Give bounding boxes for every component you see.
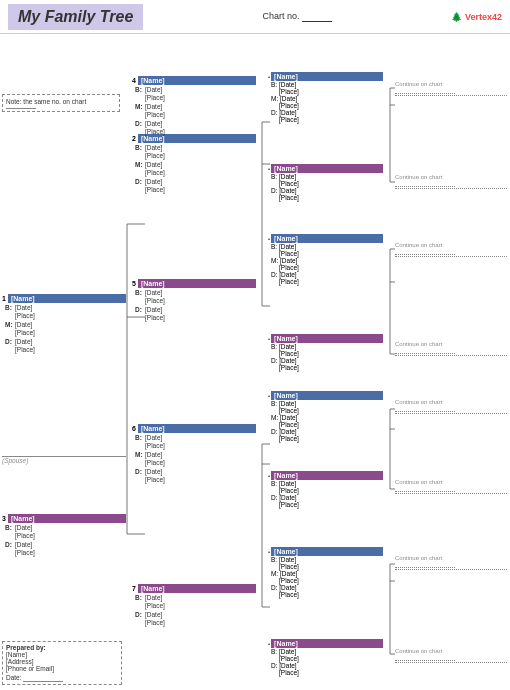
continue-4: Continue on chart [395, 341, 507, 356]
person-2: 2 [Name] B:[Date] [Place] M:[Date] [Plac… [132, 134, 256, 195]
g3-6: • [Name] B: [Date][Place] D: [Date][Plac… [268, 471, 383, 508]
person-5: 5 [Name] B:[Date] [Place] D:[Date] [Plac… [132, 279, 256, 323]
p2-death: D:[Date] [Place] [132, 178, 256, 195]
prepared-phone[interactable]: [Phone or Email] [6, 665, 118, 672]
p3-death: D:[Date] [Place] [2, 541, 126, 558]
logo: 🌲 Vertex42 [451, 12, 502, 22]
notes-text: Note: the same no. on chart [6, 97, 116, 109]
g3-8: • [Name] B: [Date][Place] D: [Date][Plac… [268, 639, 383, 676]
g3-1-name[interactable]: [Name] [271, 72, 383, 81]
person-1: 1 [Name] B:[Date] [Place] M:[Date] [Plac… [2, 294, 126, 355]
continue-5: Continue on chart [395, 399, 507, 414]
prepared-date: Date: [6, 674, 118, 682]
chart-no-underline[interactable] [302, 11, 332, 22]
p1-spouse-name[interactable] [2, 449, 126, 457]
prepared-address[interactable]: [Address] [6, 658, 118, 665]
g3-7-name[interactable]: [Name] [271, 547, 383, 556]
g3-4: • [Name] B: [Date][Place] D: [Date][Plac… [268, 334, 383, 371]
p3-name[interactable]: [Name] [8, 514, 126, 523]
g3-2: • [Name] B: [Date][Place] D: [Date][Plac… [268, 164, 383, 201]
p2-marriage: M:[Date] [Place] [132, 161, 256, 178]
prepared-name[interactable]: [Name] [6, 651, 118, 658]
p1-spouse-box: (Spouse) [2, 449, 126, 464]
p1-birth: B:[Date] [Place] [2, 304, 126, 321]
header: My Family Tree Chart no. 🌲 Vertex42 [0, 0, 510, 34]
continue-7: Continue on chart [395, 555, 507, 570]
title: My Family Tree [8, 4, 143, 30]
continue-1: Continue on chart [395, 81, 507, 96]
p3-number: 3 [2, 515, 6, 522]
notes-box: Note: the same no. on chart [2, 94, 120, 112]
continue-6: Continue on chart [395, 479, 507, 494]
p3-birth: B:[Date] [Place] [2, 524, 126, 541]
g3-4-name[interactable]: [Name] [271, 334, 383, 343]
g3-5: • [Name] B: [Date][Place] M: [Date][Plac… [268, 391, 383, 442]
p5-name[interactable]: [Name] [138, 279, 256, 288]
g3-8-name[interactable]: [Name] [271, 639, 383, 648]
g3-3: • [Name] B: [Date][Place] M: [Date][Plac… [268, 234, 383, 285]
p1-name[interactable]: [Name] [8, 294, 126, 303]
person-4-col2: 4 [Name] B:[Date] [Place] M:[Date] [Plac… [132, 76, 256, 137]
p4-name[interactable]: [Name] [138, 76, 256, 85]
p7-name[interactable]: [Name] [138, 584, 256, 593]
col1: Note: the same no. on chart 1 [Name] B:[… [0, 34, 130, 690]
col3: • [Name] B: [Date][Place] M: [Date][Plac… [260, 34, 390, 690]
p2-birth: B:[Date] [Place] [132, 144, 256, 161]
g3-1: • [Name] B: [Date][Place] M: [Date][Plac… [268, 72, 383, 123]
col2: 2 [Name] B:[Date] [Place] M:[Date] [Plac… [130, 34, 260, 690]
prepared-box: Prepared by: [Name] [Address] [Phone or … [2, 641, 122, 685]
p6-name[interactable]: [Name] [138, 424, 256, 433]
p1-spouse-label: (Spouse) [2, 457, 126, 464]
person-6: 6 [Name] B:[Date] [Place] M:[Date] [Plac… [132, 424, 256, 485]
g3-2-name[interactable]: [Name] [271, 164, 383, 173]
g3-6-name[interactable]: [Name] [271, 471, 383, 480]
p1-marriage: M:[Date] [Place] [2, 321, 126, 338]
p1-death: D:[Date] [Place] [2, 338, 126, 355]
col4: Continue on chart Continue on chart Cont… [390, 34, 510, 690]
continue-8: Continue on chart [395, 648, 507, 663]
person-7: 7 [Name] B:[Date] [Place] D:[Date] [Plac… [132, 584, 256, 628]
g3-5-name[interactable]: [Name] [271, 391, 383, 400]
person-3: 3 [Name] B:[Date] [Place] D:[Date] [Plac… [2, 514, 126, 558]
p1-number: 1 [2, 295, 6, 302]
prepared-label: Prepared by: [6, 644, 118, 651]
main-area: Note: the same no. on chart 1 [Name] B:[… [0, 34, 510, 690]
chart-no: Chart no. [263, 11, 333, 22]
continue-2: Continue on chart [395, 174, 507, 189]
continue-3: Continue on chart [395, 242, 507, 257]
g3-7: • [Name] B: [Date][Place] M: [Date][Plac… [268, 547, 383, 598]
g3-3-name[interactable]: [Name] [271, 234, 383, 243]
